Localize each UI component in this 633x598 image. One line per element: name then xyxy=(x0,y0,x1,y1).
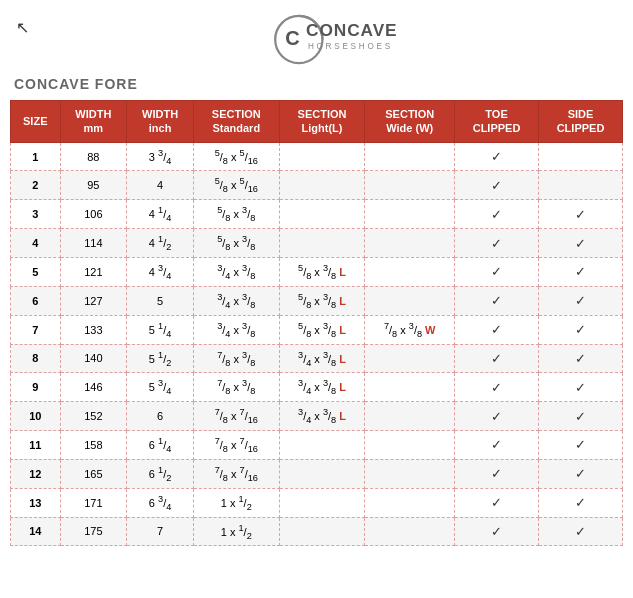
cell-toe-clipped: ✓ xyxy=(455,286,539,315)
cell-width-inch: 3 3/4 xyxy=(127,142,194,171)
cell-toe-clipped: ✓ xyxy=(455,257,539,286)
cell-section-std: 1 x 1/2 xyxy=(193,488,279,517)
table-row: 14 175 7 1 x 1/2 ✓ ✓ xyxy=(11,517,623,546)
cell-section-l: 5/8 x 3/8 L xyxy=(279,286,365,315)
cell-toe-clipped: ✓ xyxy=(455,142,539,171)
cell-size: 2 xyxy=(11,171,61,200)
cell-size: 14 xyxy=(11,517,61,546)
cell-width-mm: 95 xyxy=(60,171,127,200)
cell-section-w xyxy=(365,142,455,171)
cell-section-l: 3/4 x 3/8 L xyxy=(279,402,365,431)
cell-section-l: 5/8 x 3/8 L xyxy=(279,315,365,344)
cell-section-w xyxy=(365,286,455,315)
cell-section-w xyxy=(365,344,455,373)
table-row: 13 171 6 3/4 1 x 1/2 ✓ ✓ xyxy=(11,488,623,517)
cell-section-std: 7/8 x 7/16 xyxy=(193,402,279,431)
cell-width-inch: 5 1/2 xyxy=(127,344,194,373)
cell-section-w xyxy=(365,517,455,546)
cell-toe-clipped: ✓ xyxy=(455,200,539,229)
cell-width-inch: 4 1/4 xyxy=(127,200,194,229)
table-row: 7 133 5 1/4 3/4 x 3/8 5/8 x 3/8 L 7/8 x … xyxy=(11,315,623,344)
cell-side-clipped: ✓ xyxy=(539,229,623,258)
table-row: 4 114 4 1/2 5/8 x 3/8 ✓ ✓ xyxy=(11,229,623,258)
cell-side-clipped: ✓ xyxy=(539,373,623,402)
cell-width-mm: 127 xyxy=(60,286,127,315)
cell-side-clipped: ✓ xyxy=(539,431,623,460)
cell-size: 6 xyxy=(11,286,61,315)
cell-section-l: 3/4 x 3/8 L xyxy=(279,344,365,373)
table-row: 8 140 5 1/2 7/8 x 3/8 3/4 x 3/8 L ✓ ✓ xyxy=(11,344,623,373)
cell-section-w xyxy=(365,431,455,460)
cell-toe-clipped: ✓ xyxy=(455,229,539,258)
cell-side-clipped xyxy=(539,142,623,171)
cell-side-clipped: ✓ xyxy=(539,344,623,373)
cell-section-l xyxy=(279,488,365,517)
cell-size: 7 xyxy=(11,315,61,344)
cell-size: 5 xyxy=(11,257,61,286)
table-row: 5 121 4 3/4 3/4 x 3/8 5/8 x 3/8 L ✓ ✓ xyxy=(11,257,623,286)
logo-area: C CONCAVE HORSESHOES xyxy=(10,10,623,70)
size-table: SIZE WIDTHmm WIDTHinch SECTIONStandard S… xyxy=(10,100,623,546)
cell-toe-clipped: ✓ xyxy=(455,373,539,402)
cell-side-clipped xyxy=(539,171,623,200)
table-row: 12 165 6 1/2 7/8 x 7/16 ✓ ✓ xyxy=(11,459,623,488)
col-header-section-l: SECTIONLight(L) xyxy=(279,101,365,143)
page-title: CONCAVE FORE xyxy=(10,76,623,92)
cell-width-mm: 106 xyxy=(60,200,127,229)
cell-width-inch: 4 1/2 xyxy=(127,229,194,258)
cell-width-mm: 88 xyxy=(60,142,127,171)
cell-section-w xyxy=(365,229,455,258)
table-row: 3 106 4 1/4 5/8 x 3/8 ✓ ✓ xyxy=(11,200,623,229)
cell-side-clipped: ✓ xyxy=(539,488,623,517)
cell-section-std: 5/8 x 3/8 xyxy=(193,200,279,229)
cell-width-mm: 152 xyxy=(60,402,127,431)
cell-section-l xyxy=(279,171,365,200)
cell-size: 4 xyxy=(11,229,61,258)
cell-section-w xyxy=(365,459,455,488)
cell-size: 12 xyxy=(11,459,61,488)
concave-logo: C CONCAVE HORSESHOES xyxy=(217,10,417,70)
cell-side-clipped: ✓ xyxy=(539,459,623,488)
cell-section-l xyxy=(279,431,365,460)
col-header-section-std: SECTIONStandard xyxy=(193,101,279,143)
cell-width-inch: 5 1/4 xyxy=(127,315,194,344)
cell-width-inch: 7 xyxy=(127,517,194,546)
cell-section-w xyxy=(365,488,455,517)
cell-width-mm: 175 xyxy=(60,517,127,546)
cell-section-std: 7/8 x 3/8 xyxy=(193,373,279,402)
cell-side-clipped: ✓ xyxy=(539,402,623,431)
table-header-row: SIZE WIDTHmm WIDTHinch SECTIONStandard S… xyxy=(11,101,623,143)
cell-size: 8 xyxy=(11,344,61,373)
cell-section-l xyxy=(279,142,365,171)
cell-toe-clipped: ✓ xyxy=(455,488,539,517)
cell-size: 1 xyxy=(11,142,61,171)
table-row: 11 158 6 1/4 7/8 x 7/16 ✓ ✓ xyxy=(11,431,623,460)
cell-section-l: 3/4 x 3/8 L xyxy=(279,373,365,402)
cell-width-inch: 6 xyxy=(127,402,194,431)
cell-width-inch: 5 xyxy=(127,286,194,315)
table-row: 1 88 3 3/4 5/8 x 5/16 ✓ xyxy=(11,142,623,171)
cell-section-std: 5/8 x 5/16 xyxy=(193,142,279,171)
cell-section-std: 3/4 x 3/8 xyxy=(193,315,279,344)
cell-section-std: 1 x 1/2 xyxy=(193,517,279,546)
col-header-toe: TOECLIPPED xyxy=(455,101,539,143)
cursor-icon: ↖ xyxy=(16,18,29,37)
cell-width-mm: 146 xyxy=(60,373,127,402)
cell-section-std: 7/8 x 7/16 xyxy=(193,431,279,460)
col-header-size: SIZE xyxy=(11,101,61,143)
cell-size: 11 xyxy=(11,431,61,460)
cell-side-clipped: ✓ xyxy=(539,286,623,315)
cell-width-mm: 140 xyxy=(60,344,127,373)
cell-toe-clipped: ✓ xyxy=(455,459,539,488)
cell-toe-clipped: ✓ xyxy=(455,517,539,546)
svg-text:HORSESHOES: HORSESHOES xyxy=(307,42,392,51)
cell-toe-clipped: ✓ xyxy=(455,315,539,344)
svg-text:C: C xyxy=(285,27,299,49)
cell-section-std: 7/8 x 7/16 xyxy=(193,459,279,488)
svg-text:CONCAVE: CONCAVE xyxy=(306,20,397,40)
cell-width-inch: 5 3/4 xyxy=(127,373,194,402)
cell-section-std: 7/8 x 3/8 xyxy=(193,344,279,373)
cell-section-w xyxy=(365,373,455,402)
cell-size: 3 xyxy=(11,200,61,229)
cell-width-inch: 4 3/4 xyxy=(127,257,194,286)
